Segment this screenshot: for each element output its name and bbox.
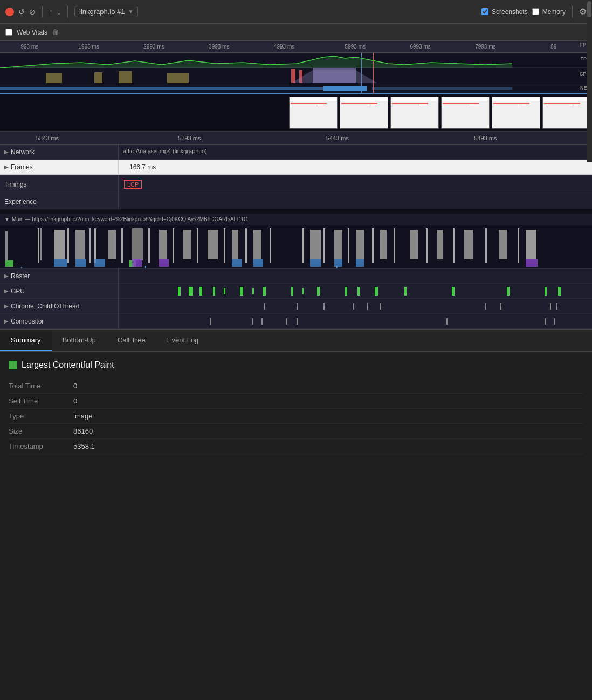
svg-rect-79 bbox=[345, 287, 347, 296]
svg-rect-20 bbox=[108, 230, 116, 259]
summary-timestamp-key: Timestamp bbox=[9, 442, 73, 450]
screenshot-6[interactable] bbox=[542, 97, 591, 129]
svg-rect-68 bbox=[178, 287, 181, 296]
timings-label: Timings bbox=[0, 175, 119, 194]
webvitals-checkbox[interactable] bbox=[5, 29, 12, 36]
svg-rect-99 bbox=[252, 318, 253, 325]
child-io-label-text: Chrome_ChildIOThread bbox=[11, 303, 79, 310]
svg-rect-31 bbox=[245, 228, 247, 263]
svg-rect-86 bbox=[558, 287, 561, 296]
timings-content: LCP bbox=[119, 175, 592, 194]
raster-label[interactable]: ▶ Raster bbox=[0, 269, 119, 283]
svg-rect-105 bbox=[554, 318, 555, 325]
tab-event-log[interactable]: Event Log bbox=[156, 330, 210, 351]
svg-rect-85 bbox=[545, 287, 547, 296]
summary-timestamp-value: 5358.1 bbox=[73, 442, 95, 450]
svg-rect-36 bbox=[323, 228, 325, 263]
svg-rect-102 bbox=[297, 318, 298, 325]
memory-toggle[interactable]: Memory bbox=[532, 8, 566, 16]
svg-rect-45 bbox=[437, 230, 443, 259]
screenshot-2[interactable] bbox=[340, 97, 388, 129]
tab-bottom-up[interactable]: Bottom-Up bbox=[52, 330, 107, 351]
raster-expand-arrow[interactable]: ▶ bbox=[4, 273, 9, 279]
svg-rect-9 bbox=[0, 87, 323, 90]
compositor-label[interactable]: ▶ Compositor bbox=[0, 314, 119, 328]
bottom-tabs: Summary Bottom-Up Call Tree Event Log bbox=[0, 330, 592, 352]
svg-rect-95 bbox=[500, 303, 501, 310]
gpu-label[interactable]: ▶ GPU bbox=[0, 284, 119, 298]
svg-rect-74 bbox=[252, 288, 254, 294]
scrollbar-thumb[interactable] bbox=[587, 1, 591, 17]
screenshot-1[interactable] bbox=[289, 97, 338, 129]
session-selector[interactable]: linkgraph.io #1 ▼ bbox=[74, 6, 138, 17]
child-io-label[interactable]: ▶ Chrome_ChildIOThread bbox=[0, 299, 119, 313]
network-track: ▶ Network affic-Analysis.mp4 (linkgraph.… bbox=[0, 145, 592, 160]
trash-icon[interactable]: 🗑 bbox=[52, 28, 59, 36]
svg-rect-44 bbox=[426, 228, 428, 263]
block-button[interactable]: ⊘ bbox=[29, 8, 36, 16]
svg-rect-82 bbox=[404, 287, 407, 296]
scrollbar[interactable] bbox=[587, 0, 592, 162]
network-file: affic-Analysis.mp4 (linkgraph.io) bbox=[123, 148, 207, 154]
frames-content: 166.7 ms bbox=[119, 160, 592, 174]
tab-call-tree[interactable]: Call Tree bbox=[107, 330, 156, 351]
cpu-chart bbox=[0, 68, 512, 83]
svg-rect-71 bbox=[213, 287, 215, 296]
network-label[interactable]: ▶ Network bbox=[0, 145, 119, 159]
main-thread-expand[interactable]: ▼ bbox=[4, 216, 10, 222]
tab-summary[interactable]: Summary bbox=[0, 330, 52, 351]
screenshots-toggle[interactable]: Screenshots bbox=[481, 8, 528, 16]
svg-rect-42 bbox=[394, 228, 395, 263]
svg-rect-32 bbox=[253, 230, 261, 259]
experience-track-label: Experience bbox=[4, 198, 37, 205]
frames-label[interactable]: ▶ Frames bbox=[0, 160, 119, 174]
svg-rect-25 bbox=[173, 228, 174, 263]
download-button[interactable]: ↓ bbox=[57, 8, 61, 16]
svg-rect-19 bbox=[94, 228, 96, 263]
reload-button[interactable]: ↺ bbox=[18, 8, 25, 16]
svg-rect-4 bbox=[167, 73, 189, 83]
time-5993: 5993 ms bbox=[345, 44, 366, 50]
session-title: linkgraph.io #1 bbox=[79, 8, 125, 16]
summary-size-key: Size bbox=[9, 427, 73, 435]
svg-rect-40 bbox=[372, 228, 374, 263]
overview-tracks[interactable]: FPS CPU NET bbox=[0, 53, 592, 94]
screenshots-checkbox[interactable] bbox=[481, 8, 488, 15]
separator bbox=[42, 6, 43, 18]
lcp-badge: LCP bbox=[124, 180, 142, 189]
svg-rect-78 bbox=[317, 287, 320, 296]
upload-button[interactable]: ↑ bbox=[49, 8, 53, 16]
svg-rect-88 bbox=[264, 303, 265, 310]
gpu-label-text: GPU bbox=[11, 287, 25, 295]
screenshot-5[interactable] bbox=[492, 97, 540, 129]
svg-rect-96 bbox=[550, 303, 551, 310]
svg-rect-14 bbox=[40, 228, 42, 260]
frames-track: ▶ Frames 166.7 ms bbox=[0, 160, 592, 175]
frames-track-label: Frames bbox=[11, 163, 33, 171]
summary-type-key: Type bbox=[9, 412, 73, 420]
screenshot-4[interactable] bbox=[441, 97, 490, 129]
screenshot-3[interactable] bbox=[390, 97, 439, 129]
svg-rect-37 bbox=[334, 230, 342, 259]
svg-rect-92 bbox=[367, 303, 368, 310]
settings-icon[interactable]: ⚙ bbox=[579, 6, 587, 17]
memory-checkbox[interactable] bbox=[532, 8, 539, 15]
child-io-expand-arrow[interactable]: ▶ bbox=[4, 303, 9, 309]
frames-expand-arrow[interactable]: ▶ bbox=[4, 164, 9, 170]
network-expand-arrow[interactable]: ▶ bbox=[4, 149, 9, 155]
svg-rect-57 bbox=[232, 259, 242, 267]
overview-timeline: 993 ms 1993 ms 2993 ms 3993 ms 4993 ms 5… bbox=[0, 41, 592, 145]
svg-rect-46 bbox=[453, 228, 455, 263]
svg-rect-49 bbox=[499, 230, 507, 259]
svg-marker-0 bbox=[0, 56, 512, 68]
child-io-chart bbox=[119, 299, 592, 313]
stop-button[interactable] bbox=[5, 8, 14, 16]
compositor-expand-arrow[interactable]: ▶ bbox=[4, 318, 9, 324]
main-thread-bars[interactable] bbox=[0, 225, 592, 269]
svg-rect-72 bbox=[224, 288, 225, 294]
summary-self-time-key: Self Time bbox=[9, 397, 73, 405]
net-track: NET bbox=[0, 83, 592, 94]
frames-time: 166.7 ms bbox=[119, 163, 156, 171]
gpu-expand-arrow[interactable]: ▶ bbox=[4, 288, 9, 294]
time-7993: 7993 ms bbox=[475, 44, 495, 50]
